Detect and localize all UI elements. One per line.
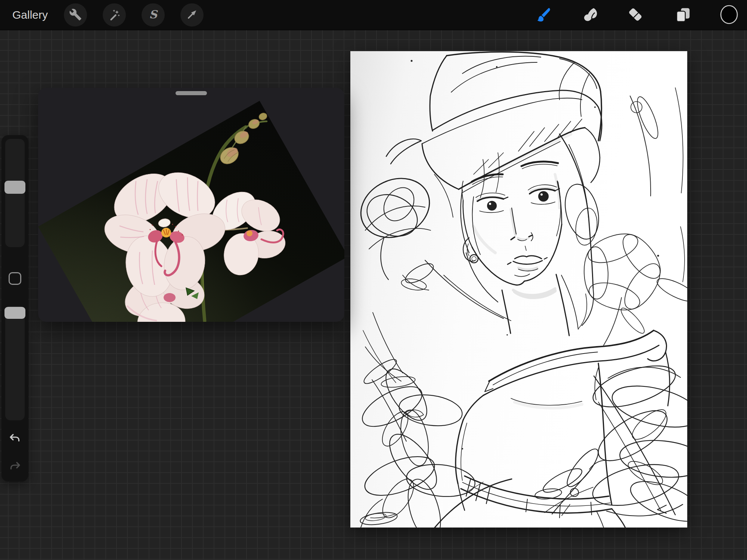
- paint-tool-button[interactable]: [533, 5, 552, 25]
- reference-drag-handle[interactable]: [176, 91, 207, 95]
- erase-tool-button[interactable]: [626, 5, 645, 25]
- smudge-tool-button[interactable]: [580, 5, 599, 25]
- reference-photo: [38, 88, 344, 322]
- wrench-icon: [69, 8, 82, 22]
- selection-button[interactable]: S: [142, 3, 165, 27]
- opacity-slider[interactable]: [5, 306, 25, 420]
- redo-icon: [9, 467, 21, 472]
- sidebar-tool-panel: [1, 135, 28, 482]
- magic-wand-icon: [108, 8, 121, 22]
- layers-button[interactable]: [673, 5, 693, 25]
- color-swatch-button[interactable]: [719, 5, 739, 25]
- adjustments-button[interactable]: [103, 3, 126, 27]
- redo-button[interactable]: [9, 461, 21, 471]
- color-swatch-icon: [719, 5, 739, 25]
- artwork-sketch: [350, 51, 687, 528]
- drawing-canvas[interactable]: [350, 51, 687, 528]
- undo-button[interactable]: [9, 433, 21, 443]
- smudge-finger-icon: [581, 6, 598, 24]
- transform-button[interactable]: [180, 3, 204, 27]
- gallery-button[interactable]: Gallery: [12, 0, 48, 30]
- opacity-slider-handle[interactable]: [4, 307, 25, 319]
- top-toolbar: Gallery S: [0, 0, 747, 30]
- brush-size-slider-handle[interactable]: [4, 181, 25, 194]
- procreate-app: { "topbar": { "gallery_label": "Gallery"…: [0, 0, 747, 560]
- eraser-icon: [627, 6, 644, 24]
- svg-text:S: S: [149, 8, 158, 21]
- selection-s-icon: S: [147, 8, 159, 22]
- layers-icon: [675, 6, 692, 24]
- reference-image-panel[interactable]: [38, 88, 344, 322]
- transform-arrow-icon: [186, 8, 198, 22]
- undo-icon: [9, 439, 21, 444]
- modify-button[interactable]: [9, 272, 21, 285]
- paintbrush-icon: [534, 6, 551, 24]
- actions-button[interactable]: [64, 3, 87, 27]
